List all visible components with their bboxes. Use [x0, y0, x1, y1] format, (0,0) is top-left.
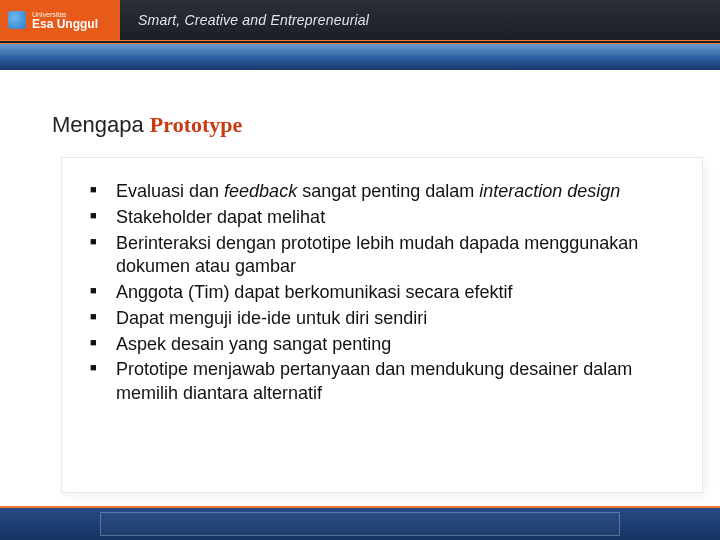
- logo-text: Universitas Esa Unggul: [32, 11, 98, 30]
- bullet-text: Evaluasi dan: [116, 181, 224, 201]
- bullet-text: Dapat menguji ide-ide untuk diri sendiri: [116, 308, 427, 328]
- header-liner: [0, 40, 720, 44]
- bullet-text: Berinteraksi dengan prototipe lebih muda…: [116, 233, 638, 277]
- footer-band: [0, 506, 720, 540]
- list-item: Anggota (Tim) dapat berkomunikasi secara…: [90, 281, 674, 305]
- list-item: Berinteraksi dengan prototipe lebih muda…: [90, 232, 674, 280]
- bullet-em: feedback: [224, 181, 297, 201]
- bullet-em: interaction design: [479, 181, 620, 201]
- title-accent: Prototype: [150, 112, 242, 137]
- bullet-text: Prototipe menjawab pertanyaan dan menduk…: [116, 359, 632, 403]
- list-item: Prototipe menjawab pertanyaan dan menduk…: [90, 358, 674, 406]
- logo-block: Universitas Esa Unggul: [0, 0, 120, 40]
- tagline: Smart, Creative and Entrepreneurial: [138, 12, 369, 28]
- header-band: Universitas Esa Unggul Smart, Creative a…: [0, 0, 720, 40]
- bullet-text: Stakeholder dapat melihat: [116, 207, 325, 227]
- logo-top-label: Universitas: [32, 11, 98, 18]
- slide: Universitas Esa Unggul Smart, Creative a…: [0, 0, 720, 540]
- list-item: Aspek desain yang sangat penting: [90, 333, 674, 357]
- bullet-list: Evaluasi dan feedback sangat penting dal…: [90, 180, 674, 406]
- header-blue-band: [0, 42, 720, 70]
- content-panel: Evaluasi dan feedback sangat penting dal…: [62, 158, 702, 492]
- list-item: Stakeholder dapat melihat: [90, 206, 674, 230]
- logo-main-label: Esa Unggul: [32, 17, 98, 31]
- bullet-text: Aspek desain yang sangat penting: [116, 334, 391, 354]
- bullet-text: Anggota (Tim) dapat berkomunikasi secara…: [116, 282, 513, 302]
- bullet-text: sangat penting dalam: [297, 181, 479, 201]
- logo-icon: [8, 11, 26, 29]
- slide-title: Mengapa Prototype: [52, 112, 242, 138]
- footer-inset: [100, 512, 620, 536]
- list-item: Dapat menguji ide-ide untuk diri sendiri: [90, 307, 674, 331]
- list-item: Evaluasi dan feedback sangat penting dal…: [90, 180, 674, 204]
- title-plain: Mengapa: [52, 112, 150, 137]
